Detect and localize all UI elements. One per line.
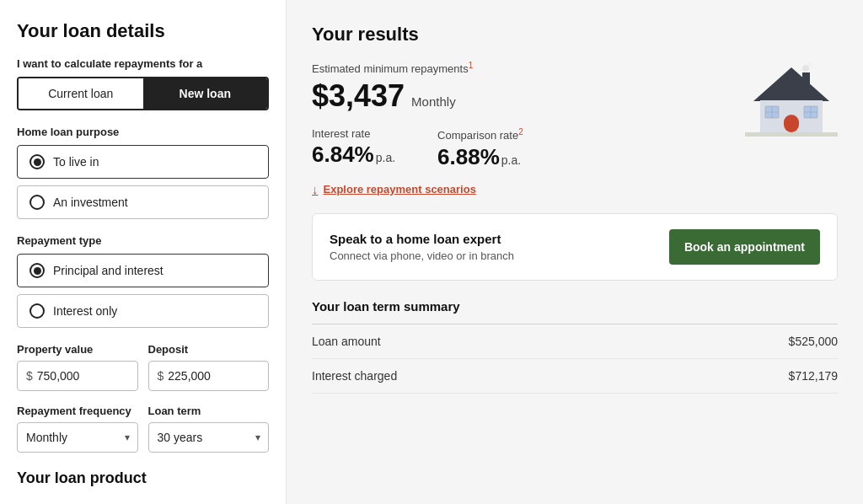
book-appointment-btn[interactable]: Book an appointment (669, 229, 820, 265)
home-loan-purpose-label: Home loan purpose (17, 126, 269, 138)
property-value-prefix: $ (26, 369, 33, 383)
property-deposit-row: Property value $ Deposit $ (17, 343, 269, 391)
deposit-input-wrapper: $ (148, 361, 270, 391)
repayment-interest-only[interactable]: Interest only (17, 294, 269, 328)
house-illustration (745, 61, 838, 137)
repayment-type-label: Repayment type (17, 234, 269, 247)
loan-term-select[interactable]: 5 years 10 years 15 years 20 years 25 ye… (148, 422, 270, 453)
repayment-freq: Monthly (411, 94, 456, 109)
loan-term-label: Loan term (148, 405, 270, 417)
left-panel: Your loan details I want to calculate re… (0, 0, 287, 504)
explore-arrow-icon: ↓ (312, 182, 319, 196)
loan-type-toggle: Current loan New loan (17, 77, 269, 110)
purpose-investment-label: An investment (53, 196, 128, 209)
calculate-label: I want to calculate repayments for a (17, 57, 269, 70)
purpose-live-in-label: To live in (53, 155, 99, 169)
interest-charged-value: $712,179 (789, 369, 838, 383)
rates-row: Interest rate 6.84%p.a. Comparison rate2… (312, 127, 523, 169)
explore-link[interactable]: ↓ Explore repayment scenarios (312, 182, 523, 196)
speak-card: Speak to a home loan expert Connect via … (312, 213, 838, 281)
property-value-input[interactable] (37, 362, 129, 390)
frequency-group: Repayment frequency Monthly Fortnightly … (17, 405, 138, 453)
results-left: Estimated minimum repayments1 $3,437 Mon… (312, 61, 523, 213)
frequency-select[interactable]: Monthly Fortnightly Weekly (17, 422, 138, 453)
radio-circle-interest-only (29, 303, 45, 319)
estimated-label: Estimated minimum repayments1 (312, 61, 523, 75)
comparison-rate-value: 6.88%p.a. (437, 144, 523, 170)
results-title: Your results (312, 24, 838, 46)
speak-text: Speak to a home loan expert Connect via … (330, 232, 514, 262)
speak-subtitle: Connect via phone, video or in branch (330, 249, 514, 262)
repayment-value: $3,437 (312, 78, 405, 114)
frequency-term-row: Repayment frequency Monthly Fortnightly … (17, 405, 269, 453)
new-loan-btn[interactable]: New loan (143, 78, 268, 109)
repayment-amount: $3,437 Monthly (312, 78, 523, 114)
property-value-group: Property value $ (17, 343, 138, 391)
svg-rect-12 (745, 132, 838, 137)
loan-term-summary: Your loan term summary Loan amount $525,… (312, 299, 838, 394)
deposit-prefix: $ (158, 369, 164, 383)
repayment-interest-only-label: Interest only (53, 304, 117, 318)
repayment-radio-group: Principal and interest Interest only (17, 254, 269, 328)
interest-rate-label: Interest rate (312, 127, 395, 140)
radio-circle-principal (29, 263, 45, 278)
deposit-label: Deposit (148, 343, 270, 356)
results-top: Estimated minimum repayments1 $3,437 Mon… (312, 61, 838, 213)
repayment-principal-label: Principal and interest (53, 264, 163, 277)
comparison-rate-label: Comparison rate2 (437, 127, 523, 142)
speak-title: Speak to a home loan expert (330, 232, 514, 246)
repayment-frequency-label: Repayment frequency (17, 405, 138, 417)
repayment-principal[interactable]: Principal and interest (17, 254, 269, 287)
interest-rate-value: 6.84%p.a. (312, 142, 395, 168)
purpose-investment[interactable]: An investment (17, 185, 269, 219)
page-title: Your loan details (17, 20, 269, 42)
interest-rate-block: Interest rate 6.84%p.a. (312, 127, 395, 169)
svg-marker-0 (753, 67, 829, 101)
svg-rect-5 (784, 115, 799, 132)
radio-circle-investment (29, 195, 45, 210)
purpose-live-in[interactable]: To live in (17, 145, 269, 179)
summary-row-loan-amount: Loan amount $525,000 (312, 324, 838, 359)
deposit-group: Deposit $ (148, 343, 270, 391)
interest-charged-label: Interest charged (312, 369, 397, 383)
purpose-radio-group: To live in An investment (17, 145, 269, 219)
loan-amount-label: Loan amount (312, 335, 381, 348)
summary-title: Your loan term summary (312, 299, 838, 314)
summary-row-interest-charged: Interest charged $712,179 (312, 359, 838, 394)
radio-circle-live-in (29, 154, 45, 169)
svg-point-3 (807, 62, 812, 67)
current-loan-btn[interactable]: Current loan (19, 78, 143, 109)
frequency-select-wrapper: Monthly Fortnightly Weekly ▾ (17, 422, 138, 453)
right-panel: Your results Estimated minimum repayment… (287, 0, 863, 504)
comparison-rate-block: Comparison rate2 6.88%p.a. (437, 127, 523, 169)
deposit-input[interactable] (168, 362, 260, 390)
loan-amount-value: $525,000 (789, 335, 838, 348)
property-value-label: Property value (17, 343, 138, 356)
property-value-input-wrapper: $ (17, 361, 138, 391)
your-loan-product: Your loan product (17, 469, 269, 487)
loan-term-group: Loan term 5 years 10 years 15 years 20 y… (148, 405, 270, 453)
svg-rect-1 (802, 72, 810, 89)
loan-term-select-wrapper: 5 years 10 years 15 years 20 years 25 ye… (148, 422, 270, 453)
